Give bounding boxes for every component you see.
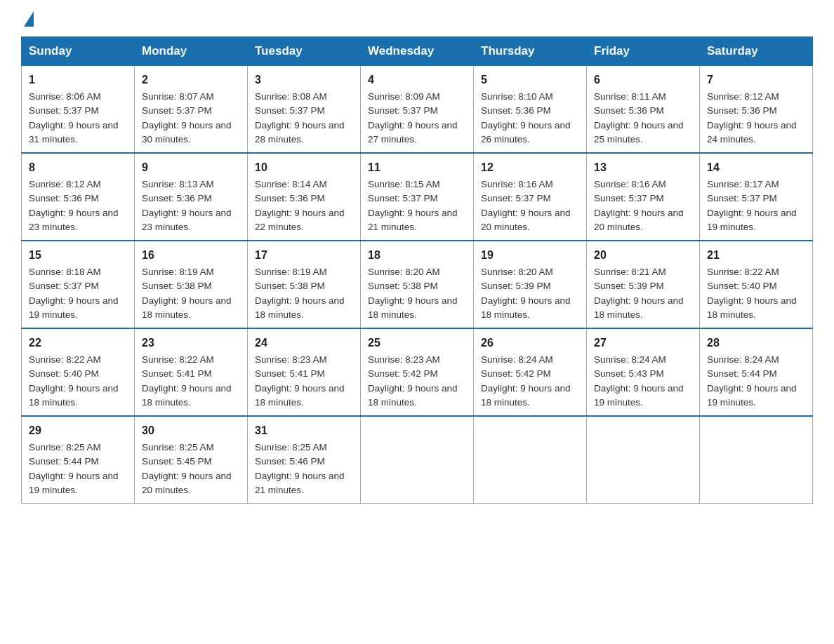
calendar-cell: 26Sunrise: 8:24 AMSunset: 5:42 PMDayligh… [474,328,587,416]
day-number: 14 [707,159,805,176]
calendar-cell: 21Sunrise: 8:22 AMSunset: 5:40 PMDayligh… [700,241,813,328]
calendar-cell [361,416,474,504]
logo [21,14,34,24]
day-number: 23 [142,335,240,351]
day-number: 27 [594,335,692,351]
day-number: 22 [29,335,127,351]
day-number: 7 [707,72,805,88]
calendar-header-row: SundayMondayTuesdayWednesdayThursdayFrid… [22,37,813,66]
day-number: 5 [481,72,579,88]
day-number: 3 [255,72,353,88]
day-number: 20 [594,247,692,264]
calendar-week-row: 22Sunrise: 8:22 AMSunset: 5:40 PMDayligh… [22,328,813,416]
header-thursday: Thursday [474,37,587,66]
day-number: 15 [29,247,127,264]
calendar-cell: 11Sunrise: 8:15 AMSunset: 5:37 PMDayligh… [361,153,474,241]
day-number: 26 [481,335,579,351]
calendar-cell: 12Sunrise: 8:16 AMSunset: 5:37 PMDayligh… [474,153,587,241]
calendar-week-row: 8Sunrise: 8:12 AMSunset: 5:36 PMDaylight… [22,153,813,241]
day-number: 24 [255,335,353,351]
logo-triangle-icon [24,11,34,27]
day-number: 16 [142,247,240,264]
day-number: 13 [594,159,692,176]
day-number: 17 [255,247,353,264]
calendar-cell: 22Sunrise: 8:22 AMSunset: 5:40 PMDayligh… [22,328,135,416]
header-friday: Friday [587,37,700,66]
calendar-cell: 28Sunrise: 8:24 AMSunset: 5:44 PMDayligh… [700,328,813,416]
calendar-cell: 6Sunrise: 8:11 AMSunset: 5:36 PMDaylight… [587,66,700,154]
day-number: 30 [142,422,240,439]
calendar-cell: 14Sunrise: 8:17 AMSunset: 5:37 PMDayligh… [700,153,813,241]
calendar-cell: 19Sunrise: 8:20 AMSunset: 5:39 PMDayligh… [474,241,587,328]
calendar-cell: 31Sunrise: 8:25 AMSunset: 5:46 PMDayligh… [248,416,361,504]
calendar-cell: 15Sunrise: 8:18 AMSunset: 5:37 PMDayligh… [22,241,135,328]
calendar-cell [587,416,700,504]
calendar-table: SundayMondayTuesdayWednesdayThursdayFrid… [21,36,813,504]
calendar-cell: 29Sunrise: 8:25 AMSunset: 5:44 PMDayligh… [22,416,135,504]
calendar-cell: 16Sunrise: 8:19 AMSunset: 5:38 PMDayligh… [135,241,248,328]
day-number: 10 [255,159,353,176]
calendar-cell: 8Sunrise: 8:12 AMSunset: 5:36 PMDaylight… [22,153,135,241]
calendar-cell: 4Sunrise: 8:09 AMSunset: 5:37 PMDaylight… [361,66,474,154]
header-wednesday: Wednesday [361,37,474,66]
calendar-cell: 24Sunrise: 8:23 AMSunset: 5:41 PMDayligh… [248,328,361,416]
day-number: 19 [481,247,579,264]
day-number: 1 [29,72,127,88]
calendar-cell: 1Sunrise: 8:06 AMSunset: 5:37 PMDaylight… [22,66,135,154]
day-number: 21 [707,247,805,264]
page-header [21,14,813,24]
day-number: 11 [368,159,466,176]
day-number: 18 [368,247,466,264]
calendar-cell: 13Sunrise: 8:16 AMSunset: 5:37 PMDayligh… [587,153,700,241]
calendar-week-row: 29Sunrise: 8:25 AMSunset: 5:44 PMDayligh… [22,416,813,504]
calendar-cell: 30Sunrise: 8:25 AMSunset: 5:45 PMDayligh… [135,416,248,504]
day-number: 6 [594,72,692,88]
calendar-cell: 18Sunrise: 8:20 AMSunset: 5:38 PMDayligh… [361,241,474,328]
day-number: 25 [368,335,466,351]
calendar-cell: 9Sunrise: 8:13 AMSunset: 5:36 PMDaylight… [135,153,248,241]
calendar-week-row: 1Sunrise: 8:06 AMSunset: 5:37 PMDaylight… [22,66,813,154]
day-number: 28 [707,335,805,351]
calendar-cell: 10Sunrise: 8:14 AMSunset: 5:36 PMDayligh… [248,153,361,241]
calendar-cell [474,416,587,504]
calendar-cell: 5Sunrise: 8:10 AMSunset: 5:36 PMDaylight… [474,66,587,154]
calendar-cell: 27Sunrise: 8:24 AMSunset: 5:43 PMDayligh… [587,328,700,416]
header-saturday: Saturday [700,37,813,66]
calendar-week-row: 15Sunrise: 8:18 AMSunset: 5:37 PMDayligh… [22,241,813,328]
header-sunday: Sunday [22,37,135,66]
calendar-cell: 25Sunrise: 8:23 AMSunset: 5:42 PMDayligh… [361,328,474,416]
header-tuesday: Tuesday [248,37,361,66]
calendar-cell: 20Sunrise: 8:21 AMSunset: 5:39 PMDayligh… [587,241,700,328]
day-number: 29 [29,422,127,439]
header-monday: Monday [135,37,248,66]
day-number: 4 [368,72,466,88]
day-number: 8 [29,159,127,176]
calendar-cell [700,416,813,504]
calendar-cell: 23Sunrise: 8:22 AMSunset: 5:41 PMDayligh… [135,328,248,416]
day-number: 2 [142,72,240,88]
calendar-cell: 17Sunrise: 8:19 AMSunset: 5:38 PMDayligh… [248,241,361,328]
calendar-cell: 2Sunrise: 8:07 AMSunset: 5:37 PMDaylight… [135,66,248,154]
day-number: 12 [481,159,579,176]
day-number: 9 [142,159,240,176]
calendar-cell: 7Sunrise: 8:12 AMSunset: 5:36 PMDaylight… [700,66,813,154]
calendar-cell: 3Sunrise: 8:08 AMSunset: 5:37 PMDaylight… [248,66,361,154]
day-number: 31 [255,422,353,439]
